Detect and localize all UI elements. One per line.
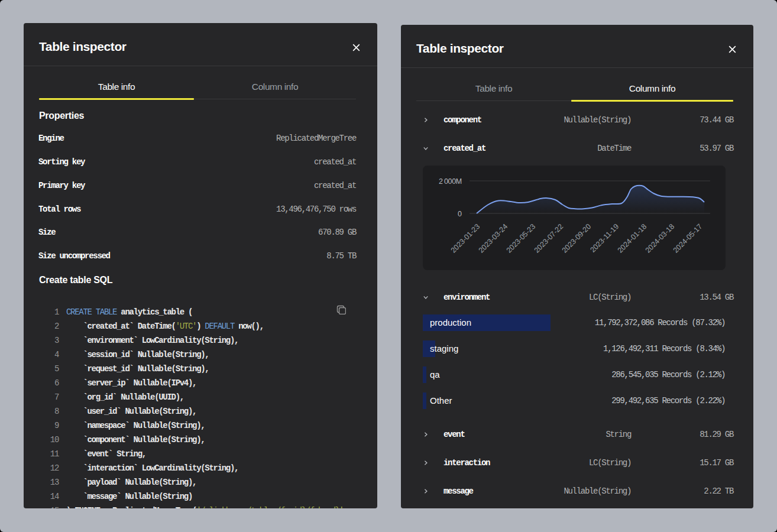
svg-text:2024-03-18: 2024-03-18 (644, 222, 676, 255)
svg-text:2023-09-20: 2023-09-20 (561, 222, 593, 255)
svg-text:2023-01-23: 2023-01-23 (449, 222, 482, 255)
svg-text:2023-05-23: 2023-05-23 (505, 222, 538, 255)
svg-text:2024-05-17: 2024-05-17 (672, 222, 704, 255)
svg-text:2024-01-18: 2024-01-18 (616, 222, 649, 255)
svg-text:2023-03-24: 2023-03-24 (477, 222, 510, 255)
svg-text:2 000M: 2 000M (439, 177, 462, 186)
svg-text:2023-11-19: 2023-11-19 (588, 222, 620, 254)
svg-text:0: 0 (458, 210, 462, 218)
svg-text:2023-07-22: 2023-07-22 (533, 222, 565, 255)
